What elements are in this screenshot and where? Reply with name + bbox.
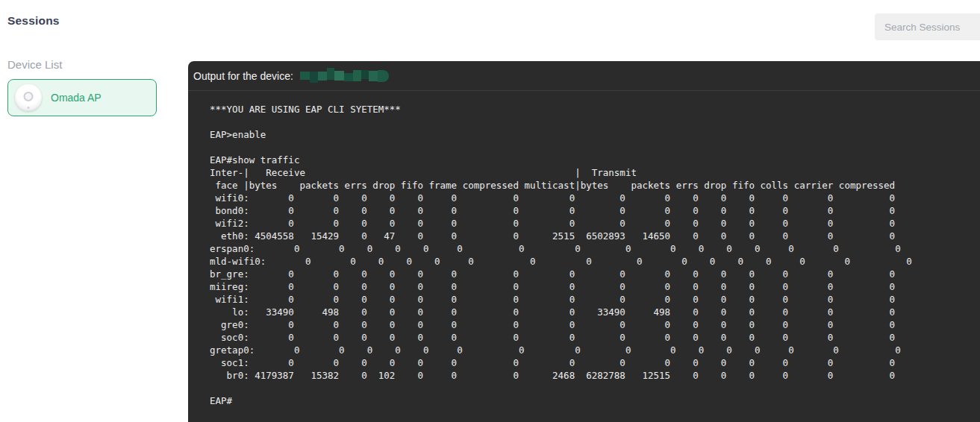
redaction-block bbox=[369, 71, 378, 81]
redaction-block bbox=[378, 70, 389, 82]
redaction-block bbox=[344, 73, 353, 81]
page-title: Sessions bbox=[7, 14, 60, 28]
terminal-panel: Output for the device: ***YOU ARE USING … bbox=[188, 61, 980, 422]
terminal-header-label: Output for the device: bbox=[193, 70, 293, 82]
search-sessions-input[interactable] bbox=[875, 13, 980, 40]
terminal-output[interactable]: ***YOU ARE USING EAP CLI SYETEM*** EAP>e… bbox=[188, 91, 980, 422]
access-point-icon bbox=[15, 84, 42, 111]
redaction-block bbox=[310, 72, 318, 83]
redaction-block bbox=[334, 71, 344, 81]
device-name-label: Omada AP bbox=[51, 92, 102, 104]
redaction-block bbox=[353, 70, 361, 81]
redaction-block bbox=[361, 70, 369, 79]
redaction-block bbox=[318, 72, 327, 81]
terminal-header: Output for the device: bbox=[188, 61, 980, 91]
redacted-device-name bbox=[300, 69, 389, 84]
redaction-block bbox=[300, 72, 310, 80]
device-card-omada-ap[interactable]: Omada AP bbox=[7, 79, 157, 116]
device-list-label: Device List bbox=[7, 58, 62, 71]
redaction-block bbox=[327, 68, 334, 80]
